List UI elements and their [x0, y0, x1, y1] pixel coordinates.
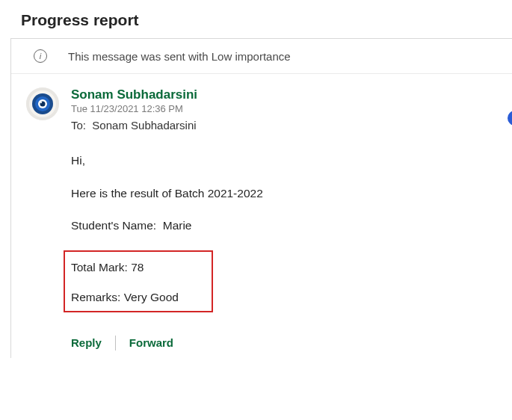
email-content: Sonam Subhadarsini Tue 11/23/2021 12:36 … [71, 87, 505, 350]
email-body: Sonam Subhadarsini Tue 11/23/2021 12:36 … [11, 74, 512, 358]
remarks-label: Remarks: [71, 291, 120, 303]
total-value: 78 [131, 261, 144, 274]
avatar[interactable] [26, 87, 59, 120]
to-recipient: Sonam Subhadarsini [92, 119, 196, 132]
message-body: Hi, Here is the result of Batch 2021-202… [71, 152, 505, 350]
sender-name[interactable]: Sonam Subhadarsini [71, 87, 505, 102]
info-icon: i [34, 49, 47, 63]
total-label: Total Mark: [71, 261, 128, 274]
email-card: i This message was sent with Low importa… [10, 38, 512, 358]
email-actions: Reply Forward [71, 335, 505, 350]
to-line: To: Sonam Subhadarsini [71, 119, 505, 132]
total-line: Total Mark: 78 [71, 259, 204, 276]
greeting: Hi, [71, 152, 505, 169]
info-banner: i This message was sent with Low importa… [11, 39, 512, 74]
student-line: Student's Name: Marie [71, 217, 505, 234]
highlight-box: Total Mark: 78 Remarks: Very Good [64, 250, 213, 312]
page-title: Progress report [0, 0, 512, 38]
info-text: This message was sent with Low importanc… [68, 50, 291, 63]
timestamp: Tue 11/23/2021 12:36 PM [71, 103, 505, 114]
reply-button[interactable]: Reply [71, 335, 102, 350]
intro-line: Here is the result of Batch 2021-2022 [71, 185, 505, 202]
remarks-value: Very Good [124, 291, 179, 303]
remarks-line: Remarks: Very Good [71, 289, 204, 306]
svg-point-6 [40, 102, 42, 103]
to-label: To: [71, 119, 86, 132]
action-divider [115, 336, 116, 350]
forward-button[interactable]: Forward [129, 335, 173, 350]
student-value: Marie [163, 219, 192, 232]
student-label: Student's Name: [71, 219, 156, 232]
side-indicator-icon [505, 111, 512, 126]
